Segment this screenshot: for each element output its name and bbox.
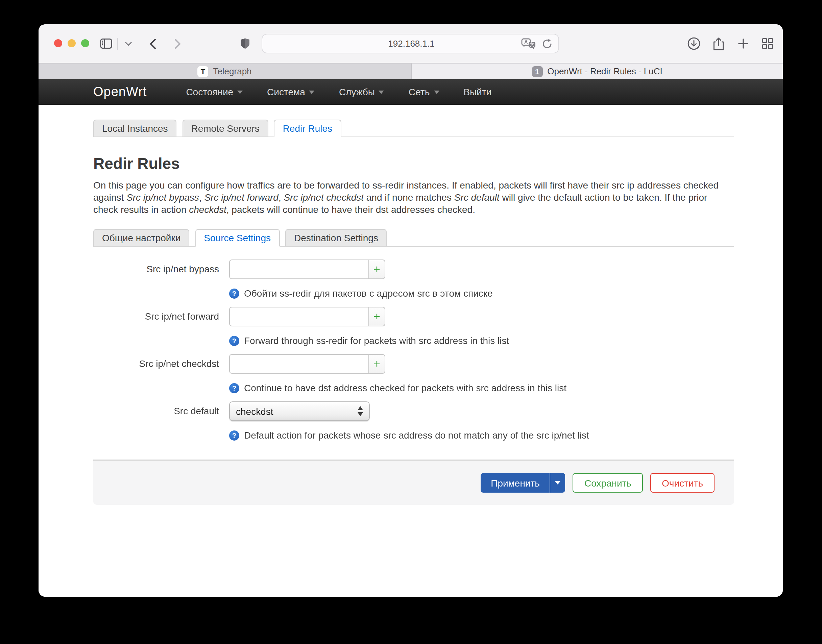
actions-bar: Применить Сохранить Очистить	[93, 460, 734, 505]
field-label: Src ip/net forward	[93, 307, 219, 346]
reload-button[interactable]	[542, 38, 552, 49]
src-forward-input[interactable]	[229, 307, 369, 327]
share-icon	[713, 37, 724, 51]
plus-icon	[738, 38, 748, 49]
download-icon	[687, 37, 700, 50]
nav-item-status[interactable]: Состояние	[186, 86, 243, 97]
new-tab-button[interactable]	[735, 25, 751, 63]
field-help-text: Forward through ss-redir for packets wit…	[244, 335, 509, 346]
help-icon: ?	[229, 288, 239, 299]
help-icon: ?	[229, 336, 239, 346]
dropdown-caret-icon	[237, 90, 243, 94]
browser-toolbar: 192.168.1.1 A 文	[38, 25, 783, 63]
screen: 192.168.1.1 A 文	[0, 0, 822, 644]
telegraph-favicon: T	[197, 66, 208, 77]
field-label: Src ip/net bypass	[93, 259, 219, 299]
translate-icon: A 文	[521, 37, 536, 50]
dropdown-caret-icon	[434, 90, 439, 94]
field-help-text: Continue to have dst address checked for…	[244, 382, 567, 393]
browser-tab-openwrt[interactable]: 1 OpenWrt - Redir Rules - LuCI	[411, 63, 783, 79]
sidebar-toggle-button[interactable]	[99, 25, 114, 63]
field-label: Src ip/net checkdst	[93, 354, 219, 393]
nav-item-network[interactable]: Сеть	[409, 86, 439, 97]
svg-text:文: 文	[530, 41, 535, 47]
close-window-button[interactable]	[54, 39, 62, 47]
settings-subtabs: Общие настройки Source Settings Destinat…	[93, 229, 734, 247]
help-icon: ?	[229, 383, 239, 393]
chevron-down-icon	[125, 41, 132, 46]
apply-split-button: Применить	[481, 473, 565, 493]
shield-icon	[240, 38, 250, 49]
src-bypass-input[interactable]	[229, 259, 369, 279]
field-src-forward: Src ip/net forward + ? Forward through s…	[93, 307, 734, 346]
openwrt-logo[interactable]: OpenWrt	[93, 84, 147, 99]
apply-dropdown-button[interactable]	[551, 473, 565, 493]
src-default-select[interactable]: checkdst	[229, 402, 370, 421]
subtab-destination-settings[interactable]: Destination Settings	[285, 229, 387, 247]
field-src-bypass: Src ip/net bypass + ? Обойти ss-redir дл…	[93, 259, 734, 299]
add-entry-button[interactable]: +	[369, 259, 385, 279]
nav-item-system[interactable]: Система	[267, 86, 315, 97]
add-entry-button[interactable]: +	[369, 354, 385, 374]
help-icon: ?	[229, 431, 239, 441]
field-src-default: Src default checkdst ?	[93, 402, 734, 441]
page-description: On this page you can configure how traff…	[93, 179, 734, 216]
field-help-text: Обойти ss-redir для пакетов с адресом sr…	[244, 288, 493, 299]
field-src-checkdst: Src ip/net checkdst + ? Continue to have…	[93, 354, 734, 393]
browser-window: 192.168.1.1 A 文	[38, 25, 783, 597]
save-button[interactable]: Сохранить	[573, 473, 643, 493]
page-content: Local Instances Remote Servers Redir Rul…	[38, 120, 783, 597]
sidebar-icon	[100, 38, 112, 49]
page-title: Redir Rules	[93, 155, 734, 173]
share-button[interactable]	[710, 25, 727, 63]
tab-title: Telegraph	[213, 66, 252, 77]
address-bar-url[interactable]: 192.168.1.1	[262, 38, 521, 49]
svg-text:A: A	[524, 39, 528, 45]
window-controls	[54, 39, 89, 47]
forward-icon	[174, 38, 181, 49]
zoom-window-button[interactable]	[81, 39, 89, 47]
tab-redir-rules[interactable]: Redir Rules	[274, 120, 341, 137]
src-checkdst-input[interactable]	[229, 354, 369, 374]
browser-tab-telegraph[interactable]: T Telegraph	[38, 63, 411, 79]
dropdown-caret-icon	[555, 481, 561, 485]
toolbar-divider	[116, 25, 118, 63]
dropdown-caret-icon	[309, 90, 315, 94]
field-help-text: Default action for packets whose src add…	[244, 430, 589, 441]
nav-item-services[interactable]: Службы	[339, 86, 384, 97]
tab-local-instances[interactable]: Local Instances	[93, 120, 177, 137]
forward-button[interactable]	[171, 25, 185, 63]
back-icon	[149, 38, 156, 49]
apply-button[interactable]: Применить	[481, 473, 551, 493]
sidebar-menu-chevron[interactable]	[122, 25, 135, 63]
dropdown-caret-icon	[379, 90, 384, 94]
field-label: Src default	[93, 402, 219, 441]
subtab-source-settings[interactable]: Source Settings	[195, 229, 280, 247]
downloads-button[interactable]	[685, 25, 702, 63]
back-button[interactable]	[145, 25, 160, 63]
minimize-window-button[interactable]	[68, 39, 76, 47]
openwrt-navbar: OpenWrt Состояние Система Службы Сеть Вы…	[38, 79, 783, 105]
tab-remote-servers[interactable]: Remote Servers	[183, 120, 268, 137]
tab-bar: T Telegraph 1 OpenWrt - Redir Rules - Lu…	[38, 63, 783, 79]
tab-title: OpenWrt - Redir Rules - LuCI	[547, 66, 662, 77]
subtab-general-settings[interactable]: Общие настройки	[93, 229, 189, 247]
translate-button[interactable]: A 文	[521, 37, 536, 50]
reload-icon	[542, 38, 552, 49]
service-tabs: Local Instances Remote Servers Redir Rul…	[93, 120, 734, 137]
privacy-report-button[interactable]	[237, 25, 252, 63]
reset-button[interactable]: Очистить	[650, 473, 714, 493]
address-bar[interactable]: 192.168.1.1 A 文	[261, 34, 559, 54]
nav-item-logout[interactable]: Выйти	[463, 86, 492, 97]
tab-grid-icon	[762, 38, 773, 49]
source-settings-form: Src ip/net bypass + ? Обойти ss-redir дл…	[93, 259, 734, 441]
tab-group-badge: 1	[532, 66, 542, 77]
tab-overview-button[interactable]	[759, 25, 775, 63]
add-entry-button[interactable]: +	[369, 307, 385, 327]
